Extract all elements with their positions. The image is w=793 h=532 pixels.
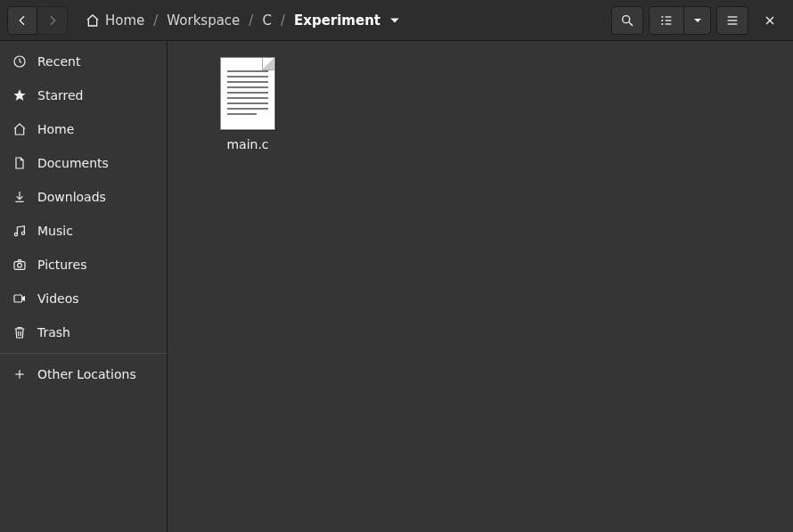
view-mode-group [649,6,711,35]
home-icon [86,13,100,28]
file-thumbnail [220,57,275,130]
sidebar-item-label: Videos [37,291,79,306]
close-icon [763,13,777,28]
sidebar-item-other-locations[interactable]: Other Locations [0,357,167,391]
breadcrumb-segment-1[interactable]: C [262,12,271,29]
sidebar-item-trash[interactable]: Trash [0,315,167,349]
clock-icon [12,54,27,69]
header-actions [611,6,786,35]
hamburger-icon [725,13,740,28]
search-icon [620,13,634,28]
sidebar-item-recent[interactable]: Recent [0,45,167,78]
download-icon [12,190,27,204]
home-icon [12,122,27,136]
breadcrumb-home-label: Home [105,12,144,29]
breadcrumb-separator: / [275,12,290,29]
file-item[interactable]: main.c [194,57,301,151]
chevron-down-icon [389,15,400,26]
sidebar-item-documents[interactable]: Documents [0,146,167,180]
chevron-left-icon [15,13,29,28]
back-button[interactable] [7,6,37,35]
breadcrumb-current-label: Experiment [294,12,380,29]
list-view-button[interactable] [649,6,684,35]
headerbar: Home / Workspace / C / Experiment [0,0,793,41]
sidebar-divider [0,353,167,354]
sidebar: Recent Starred Home Documents Downloads … [0,41,168,532]
sidebar-item-label: Home [37,122,74,136]
sidebar-item-label: Pictures [37,258,86,272]
svg-point-4 [661,20,663,21]
svg-rect-20 [14,295,22,302]
close-window-button[interactable] [754,6,786,35]
camera-icon [12,258,27,272]
chevron-down-icon [693,16,702,25]
breadcrumb-home[interactable]: Home [86,12,144,29]
search-button[interactable] [611,6,643,35]
breadcrumb: Home / Workspace / C / Experiment [73,12,606,29]
sidebar-item-label: Trash [37,325,70,340]
sidebar-item-label: Music [37,224,73,238]
breadcrumb-separator: / [243,12,258,29]
document-icon [12,156,27,170]
chevron-right-icon [45,13,60,28]
sidebar-item-downloads[interactable]: Downloads [0,180,167,214]
sidebar-item-music[interactable]: Music [0,214,167,248]
star-icon [12,88,27,102]
svg-line-1 [629,22,633,26]
breadcrumb-current[interactable]: Experiment [294,12,400,29]
sidebar-item-label: Recent [37,54,80,69]
sidebar-item-label: Starred [37,88,83,102]
video-icon [12,291,27,306]
music-icon [12,224,27,238]
svg-point-17 [21,232,24,234]
sidebar-item-pictures[interactable]: Pictures [0,248,167,282]
nav-buttons [7,6,68,35]
file-name-label: main.c [226,137,268,151]
main-area: Recent Starred Home Documents Downloads … [0,41,793,532]
svg-point-19 [18,263,22,267]
svg-point-0 [623,15,630,22]
sidebar-item-starred[interactable]: Starred [0,78,167,112]
view-options-button[interactable] [684,6,711,35]
svg-point-16 [14,233,17,235]
sidebar-item-label: Documents [37,156,109,170]
sidebar-item-label: Downloads [37,190,106,204]
list-icon [659,13,674,28]
breadcrumb-separator: / [148,12,163,29]
svg-point-2 [661,16,663,18]
sidebar-item-label: Other Locations [37,367,136,381]
forward-button[interactable] [37,6,68,35]
trash-icon [12,325,27,340]
plus-icon [12,367,27,381]
svg-point-6 [661,23,663,25]
file-view[interactable]: main.c [168,41,793,532]
hamburger-menu-button[interactable] [716,6,748,35]
sidebar-item-home[interactable]: Home [0,112,167,146]
breadcrumb-segment-0[interactable]: Workspace [167,12,240,29]
sidebar-item-videos[interactable]: Videos [0,282,167,315]
